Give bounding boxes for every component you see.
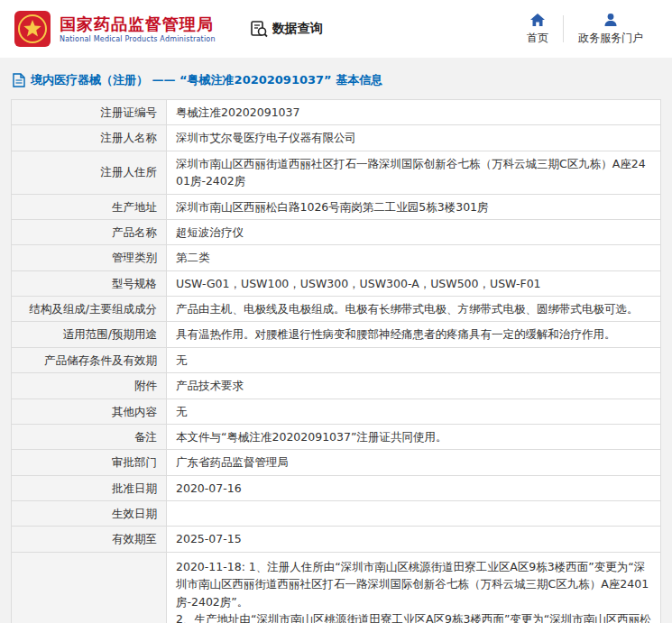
field-label: 附件: [12, 373, 167, 399]
field-label: 型号规格: [12, 270, 167, 296]
field-value: 无: [167, 347, 661, 372]
field-label: 注册证编号: [12, 100, 167, 125]
top-nav: 首页 政务服务门户: [512, 13, 658, 46]
document-icon: [13, 73, 25, 87]
agency-name-en: National Medical Products Administration: [60, 35, 216, 43]
field-label: 批准日期: [12, 475, 167, 500]
table-row: 生效日期: [12, 501, 661, 527]
field-value: 2020-11-18: 1、注册人住所由“深圳市南山区桃源街道田寮工业区A区9栋…: [167, 552, 661, 623]
field-label: 注册人住所: [12, 151, 167, 194]
table-row: 有效期至 2025-07-15: [12, 527, 661, 552]
table-row: 注册人名称 深圳市艾尔曼医疗电子仪器有限公司: [12, 125, 661, 151]
field-value: 本文件与“粤械注准20202091037”注册证共同使用。: [167, 424, 661, 449]
field-value: 深圳市艾尔曼医疗电子仪器有限公司: [167, 125, 661, 151]
field-value: 产品由主机、电极线及电极组成。电极有长绑带式电极、方绑带式电极、圆绑带式电极可选…: [167, 297, 661, 322]
field-value: 超短波治疗仪: [167, 219, 661, 244]
site-header: 国家药品监督管理局 National Medical Products Admi…: [0, 0, 672, 58]
field-value: 粤械注准20202091037: [167, 100, 661, 125]
field-value: 2020-07-16: [167, 475, 661, 500]
page-title: 境内医疗器械（注册） —— “粤械注准20202091037” 基本信息: [31, 72, 382, 88]
field-label: 管理类别: [12, 245, 167, 270]
field-value: 深圳市南山区西丽松白路1026号南岗第二工业园5栋3楼301房: [167, 194, 661, 219]
field-label: 备注: [12, 424, 167, 449]
field-value: USW-G01，USW100，USW300，USW300-A，USW500，US…: [167, 270, 661, 296]
nav-portal-label: 政务服务门户: [578, 31, 643, 46]
table-row-change-history: 变更情况 2020-11-18: 1、注册人住所由“深圳市南山区桃源街道田寮工业…: [12, 552, 661, 623]
field-label: 生效日期: [12, 501, 167, 527]
nav-home-label: 首页: [527, 31, 548, 46]
table-row: 注册人住所 深圳市南山区西丽街道西丽社区打石一路深圳国际创新谷七栋（万科云城三期…: [12, 151, 661, 194]
nav-portal[interactable]: 政务服务门户: [564, 13, 658, 46]
field-value: 具有温热作用。对腰椎退行性病变和腰部神经痛患者的疼痛具有一定的缓解和治疗作用。: [167, 322, 661, 347]
data-query-icon: [250, 20, 268, 38]
table-row: 型号规格 USW-G01，USW100，USW300，USW300-A，USW5…: [12, 270, 661, 296]
field-value: 深圳市南山区西丽街道西丽社区打石一路深圳国际创新谷七栋（万科云城三期C区九栋）A…: [167, 151, 661, 194]
nav-home[interactable]: 首页: [512, 13, 563, 46]
table-row: 附件 产品技术要求: [12, 373, 661, 399]
agency-names: 国家药品监督管理局 National Medical Products Admi…: [60, 14, 216, 44]
field-label: 变更情况: [12, 552, 167, 623]
person-icon: [603, 13, 619, 27]
table-row: 适用范围/预期用途 具有温热作用。对腰椎退行性病变和腰部神经痛患者的疼痛具有一定…: [12, 322, 661, 347]
table-row: 结构及组成/主要组成成分 产品由主机、电极线及电极组成。电极有长绑带式电极、方绑…: [12, 297, 661, 322]
table-row: 产品储存条件及有效期 无: [12, 347, 661, 372]
field-label: 产品名称: [12, 219, 167, 244]
field-label: 结构及组成/主要组成成分: [12, 297, 167, 322]
field-value: [167, 501, 661, 527]
field-value: 第二类: [167, 245, 661, 270]
field-label: 审批部门: [12, 450, 167, 475]
data-query-label: 数据查询: [272, 21, 323, 37]
table-row: 备注 本文件与“粤械注准20202091037”注册证共同使用。: [12, 424, 661, 449]
field-label: 产品储存条件及有效期: [12, 347, 167, 372]
field-label: 注册人名称: [12, 125, 167, 151]
field-value: 产品技术要求: [167, 373, 661, 399]
data-query-nav[interactable]: 数据查询: [250, 20, 323, 38]
table-row: 管理类别 第二类: [12, 245, 661, 270]
field-label: 其他内容: [12, 399, 167, 424]
nmpa-logo-icon: [13, 9, 52, 49]
field-value: 广东省药品监督管理局: [167, 450, 661, 475]
table-row: 其他内容 无: [12, 399, 661, 424]
registration-info-table: 注册证编号 粤械注准20202091037 注册人名称 深圳市艾尔曼医疗电子仪器…: [11, 99, 661, 623]
page-title-bar: 境内医疗器械（注册） —— “粤械注准20202091037” 基本信息: [13, 72, 661, 88]
table-row: 注册证编号 粤械注准20202091037: [12, 100, 661, 125]
table-row: 生产地址 深圳市南山区西丽松白路1026号南岗第二工业园5栋3楼301房: [12, 194, 661, 219]
home-icon: [529, 13, 546, 27]
table-row: 审批部门 广东省药品监督管理局: [12, 450, 661, 475]
field-label: 生产地址: [12, 194, 167, 219]
agency-name-cn: 国家药品监督管理局: [60, 14, 216, 34]
field-value: 无: [167, 399, 661, 424]
field-label: 适用范围/预期用途: [12, 322, 167, 347]
table-row: 批准日期 2020-07-16: [12, 475, 661, 500]
field-label: 有效期至: [12, 527, 167, 552]
agency-brand: 国家药品监督管理局 National Medical Products Admi…: [13, 9, 216, 49]
table-row: 产品名称 超短波治疗仪: [12, 219, 661, 244]
main-content: 境内医疗器械（注册） —— “粤械注准20202091037” 基本信息 注册证…: [0, 58, 672, 623]
field-value: 2025-07-15: [167, 527, 661, 552]
